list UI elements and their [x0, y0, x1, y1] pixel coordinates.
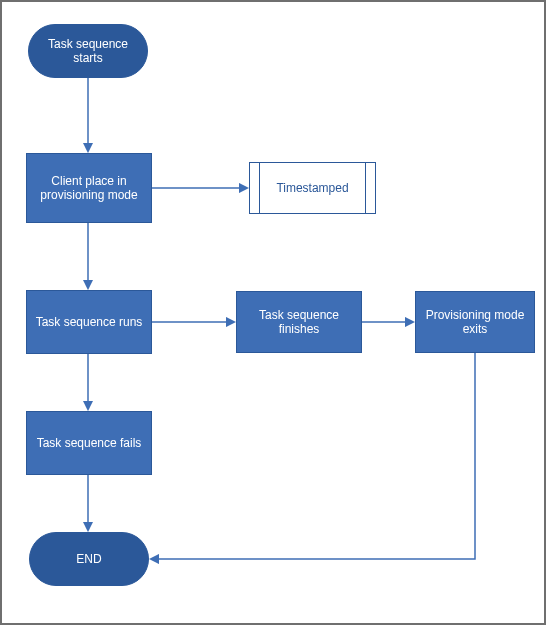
node-task-sequence-finishes: Task sequence finishes [236, 291, 362, 353]
node-end: END [29, 532, 149, 586]
edge-exits-to-end [151, 353, 475, 559]
node-client-provisioning-mode: Client place in provisioning mode [26, 153, 152, 223]
node-label: Task sequence runs [36, 315, 143, 329]
node-provisioning-mode-exits: Provisioning mode exits [415, 291, 535, 353]
node-task-sequence-runs: Task sequence runs [26, 290, 152, 354]
flowchart-canvas: Task sequence starts Client place in pro… [0, 0, 546, 625]
node-label: Task sequence starts [37, 37, 139, 66]
node-label: Provisioning mode exits [424, 308, 526, 337]
node-task-sequence-starts: Task sequence starts [28, 24, 148, 78]
node-label: Task sequence finishes [245, 308, 353, 337]
node-timestamped: Timestamped [249, 162, 376, 214]
node-label: Client place in provisioning mode [35, 174, 143, 203]
node-label: Task sequence fails [37, 436, 142, 450]
node-label: END [76, 552, 101, 566]
node-label: Timestamped [276, 181, 348, 195]
node-task-sequence-fails: Task sequence fails [26, 411, 152, 475]
